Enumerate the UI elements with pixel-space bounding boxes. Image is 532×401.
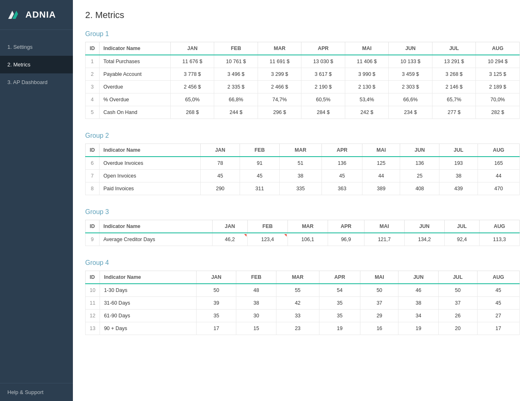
col-header-jul: JUL — [439, 144, 478, 157]
col-header-jul: JUL — [432, 42, 476, 55]
cell-jul: 193 — [439, 157, 478, 170]
cell-mai: 125 — [362, 157, 400, 170]
table-group1: IDIndicator NameJANFEBMARAPRMAIJUNJULAUG… — [85, 42, 520, 119]
col-header-indicator name: Indicator Name — [99, 144, 201, 157]
table-row: 5Cash On Hand268 $244 $296 $284 $242 $23… — [86, 106, 520, 119]
cell-jun: 10 133 $ — [389, 55, 432, 68]
cell-jun: 19 — [398, 322, 439, 335]
cell-jul: 37 — [438, 297, 477, 310]
col-header-id: ID — [86, 144, 100, 157]
cell-mai: 389 — [362, 182, 400, 195]
cell-feb: 48 — [236, 284, 276, 297]
col-header-feb: FEB — [236, 271, 276, 284]
cell-aug: 470 — [478, 182, 519, 195]
cell-id: 5 — [86, 106, 100, 119]
cell-name: Payable Account — [99, 68, 170, 81]
cell-mar: 74,7% — [258, 93, 301, 106]
sidebar-nav: 1. Settings 2. Metrics 3. AP Dashboard — [0, 30, 73, 383]
cell-name: Overdue Invoices — [99, 157, 201, 170]
col-header-feb: FEB — [214, 42, 258, 55]
cell-feb: 311 — [240, 182, 279, 195]
col-header-mai: MAI — [364, 220, 404, 233]
sidebar-item-metrics[interactable]: 2. Metrics — [0, 56, 73, 73]
cell-jan: 65,0% — [170, 93, 214, 106]
cell-name: % Overdue — [99, 93, 170, 106]
col-header-id: ID — [86, 220, 100, 233]
cell-aug: 113,3 — [479, 233, 519, 246]
cell-jul: 20 — [438, 322, 477, 335]
sidebar-item-settings[interactable]: 1. Settings — [0, 38, 73, 56]
cell-id: 1 — [86, 55, 100, 68]
cell-name: Overdue — [99, 81, 170, 93]
cell-jul: 38 — [439, 170, 478, 182]
group-title-group3: Group 3 — [85, 208, 520, 216]
cell-jun: 46 — [398, 284, 439, 297]
col-header-aug: AUG — [478, 144, 519, 157]
cell-aug: 44 — [478, 170, 519, 182]
cell-jun: 38 — [398, 297, 439, 310]
table-row: 6Overdue Invoices789151136125136193165 — [86, 157, 520, 170]
sidebar-item-help[interactable]: Help & Support — [0, 383, 73, 401]
main-content: 2. Metrics Group 1IDIndicator NameJANFEB… — [73, 0, 532, 401]
cell-mai: 11 406 $ — [345, 55, 389, 68]
logo-area: ADNIA — [0, 0, 73, 30]
cell-jul: 3 268 $ — [432, 68, 476, 81]
page-title: 2. Metrics — [85, 10, 520, 21]
groups-container: Group 1IDIndicator NameJANFEBMARAPRMAIJU… — [85, 30, 520, 335]
table-row: 1Total Purchases11 676 $10 761 $11 691 $… — [86, 55, 520, 68]
table-row: 2Payable Account3 778 $3 496 $3 299 $3 6… — [86, 68, 520, 81]
cell-mar: 2 466 $ — [258, 81, 301, 93]
cell-jun: 134,2 — [404, 233, 444, 246]
cell-id: 2 — [86, 68, 100, 81]
sidebar-item-ap-dashboard[interactable]: 3. AP Dashboard — [0, 73, 73, 91]
cell-mai: 16 — [360, 322, 398, 335]
cell-aug: 45 — [477, 297, 519, 310]
cell-id: 4 — [86, 93, 100, 106]
cell-jun: 3 459 $ — [389, 68, 432, 81]
cell-mai: 29 — [360, 310, 398, 322]
table-row: 3Overdue2 456 $2 335 $2 466 $2 190 $2 13… — [86, 81, 520, 93]
col-header-indicator name: Indicator Name — [100, 271, 196, 284]
col-header-apr: APR — [319, 271, 360, 284]
cell-jun: 2 303 $ — [389, 81, 432, 93]
col-header-feb: FEB — [240, 144, 279, 157]
cell-jan: 35 — [196, 310, 236, 322]
cell-jan: 50 — [196, 284, 236, 297]
cell-name: Open Invoices — [99, 170, 201, 182]
cell-apr: 19 — [319, 322, 360, 335]
cell-apr: 54 — [319, 284, 360, 297]
table-row: 1390 + Days1715231916192017 — [86, 322, 520, 335]
group-group1: Group 1IDIndicator NameJANFEBMARAPRMAIJU… — [85, 30, 520, 119]
cell-apr: 96,9 — [328, 233, 364, 246]
cell-aug: 165 — [478, 157, 519, 170]
col-header-jun: JUN — [400, 144, 439, 157]
cell-mar: 23 — [276, 322, 319, 335]
table-row: 7Open Invoices4545384544253844 — [86, 170, 520, 182]
table-group3: IDIndicator NameJANFEBMARAPRMAIJUNJULAUG… — [85, 220, 520, 246]
cell-aug: 17 — [477, 322, 519, 335]
group-title-group4: Group 4 — [85, 259, 520, 267]
col-header-aug: AUG — [479, 220, 519, 233]
cell-mai: 3 990 $ — [345, 68, 389, 81]
cell-name: Cash On Hand — [99, 106, 170, 119]
cell-mar: 11 691 $ — [258, 55, 301, 68]
group-group4: Group 4IDIndicator NameJANFEBMARAPRMAIJU… — [85, 259, 520, 335]
cell-apr: 3 617 $ — [301, 68, 345, 81]
cell-jan: 290 — [201, 182, 240, 195]
cell-aug: 282 $ — [476, 106, 520, 119]
cell-mar: 106,1 — [288, 233, 328, 246]
cell-apr: 35 — [319, 297, 360, 310]
cell-aug: 70,0% — [476, 93, 520, 106]
cell-apr: 60,5% — [301, 93, 345, 106]
cell-jan: 11 676 $ — [170, 55, 214, 68]
sidebar: ADNIA 1. Settings 2. Metrics 3. AP Dashb… — [0, 0, 73, 401]
col-header-apr: APR — [301, 42, 345, 55]
cell-aug: 27 — [477, 310, 519, 322]
cell-mai: 121,7 — [364, 233, 404, 246]
col-header-feb: FEB — [247, 220, 288, 233]
col-header-id: ID — [86, 271, 100, 284]
cell-apr: 284 $ — [301, 106, 345, 119]
cell-feb: 2 335 $ — [214, 81, 258, 93]
cell-feb: 91 — [240, 157, 279, 170]
table-row: 1261-90 Days3530333529342627 — [86, 310, 520, 322]
